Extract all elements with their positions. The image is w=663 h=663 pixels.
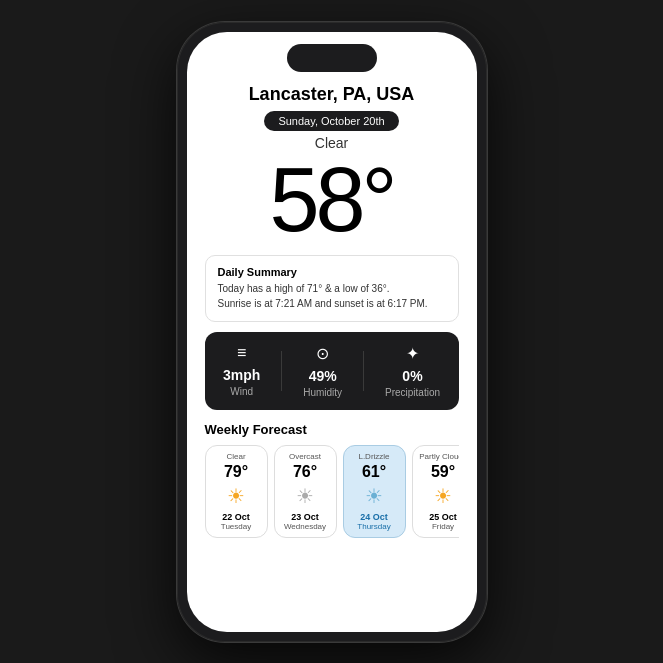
forecast-condition-2: L.Drizzle [348,452,401,461]
forecast-temp-3: 59° [417,463,459,481]
sun-icon-2: ☀ [348,484,401,508]
forecast-condition-1: Overcast [279,452,332,461]
forecast-day-2: Thursday [348,522,401,531]
precipitation-icon: ✦ [406,344,419,363]
forecast-condition-3: Partly Cloudy [417,452,459,461]
forecast-card-3[interactable]: Partly Cloudy 59° ☀ 25 Oct Friday [412,445,459,539]
forecast-date-0: 22 Oct [210,512,263,522]
dynamic-island [287,44,377,72]
daily-summary-title: Daily Summary [218,266,446,278]
condition-text: Clear [187,135,477,151]
sun-icon-1: ☀ [279,484,332,508]
forecast-card-2[interactable]: L.Drizzle 61° ☀ 24 Oct Thursday [343,445,406,539]
forecast-temp-2: 61° [348,463,401,481]
stat-divider-2 [363,351,364,391]
date-row: Sunday, October 20th [187,105,477,135]
forecast-day-1: Wednesday [279,522,332,531]
forecast-card-1[interactable]: Overcast 76° ☀ 23 Oct Wednesday [274,445,337,539]
wind-icon: ≡ [237,344,246,362]
phone-screen: Lancaster, PA, USA Sunday, October 20th … [187,32,477,632]
stat-precipitation: ✦ 0% Precipitation [385,344,440,398]
temperature-display: 58° [187,155,477,245]
daily-summary-line1: Today has a high of 71° & a low of 36°. [218,281,446,296]
stat-humidity: ⊙ 49% Humidity [303,344,342,398]
sun-icon-3: ☀ [417,484,459,508]
stats-row: ≡ 3mph Wind ⊙ 49% Humidity ✦ 0% Precipit… [205,332,459,410]
forecast-temp-1: 76° [279,463,332,481]
wind-label: Wind [230,386,253,397]
stat-divider-1 [281,351,282,391]
precipitation-label: Precipitation [385,387,440,398]
wind-value: 3mph [223,367,260,383]
phone-content[interactable]: Lancaster, PA, USA Sunday, October 20th … [187,32,477,632]
weekly-forecast-label: Weekly Forecast [205,422,459,437]
location-title: Lancaster, PA, USA [187,84,477,105]
forecast-temp-0: 79° [210,463,263,481]
forecast-date-3: 25 Oct [417,512,459,522]
daily-summary-line2: Sunrise is at 7:21 AM and sunset is at 6… [218,296,446,311]
humidity-label: Humidity [303,387,342,398]
forecast-row[interactable]: Clear 79° ☀ 22 Oct Tuesday Overcast 76° … [205,445,459,539]
humidity-value: 49% [309,368,337,384]
forecast-date-1: 23 Oct [279,512,332,522]
forecast-condition-0: Clear [210,452,263,461]
daily-summary-card: Daily Summary Today has a high of 71° & … [205,255,459,322]
precipitation-value: 0% [402,368,422,384]
sun-icon-0: ☀ [210,484,263,508]
phone-frame: Lancaster, PA, USA Sunday, October 20th … [177,22,487,642]
date-badge: Sunday, October 20th [264,111,398,131]
forecast-day-3: Friday [417,522,459,531]
forecast-card-0[interactable]: Clear 79° ☀ 22 Oct Tuesday [205,445,268,539]
humidity-icon: ⊙ [316,344,329,363]
stat-wind: ≡ 3mph Wind [223,344,260,397]
forecast-day-0: Tuesday [210,522,263,531]
forecast-date-2: 24 Oct [348,512,401,522]
